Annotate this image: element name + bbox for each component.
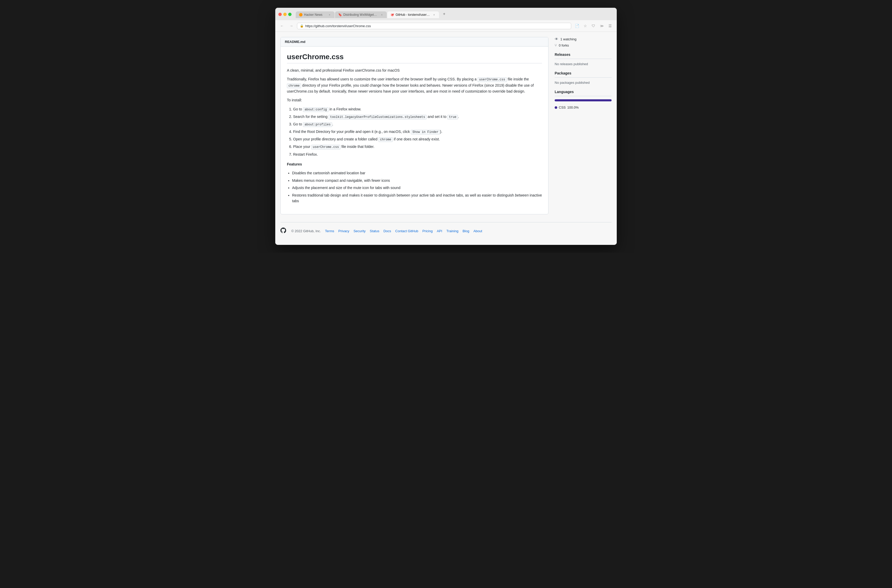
- github-logo: [281, 228, 286, 234]
- address-bar[interactable]: 🔒 https://github.com/torstenvl/userChrom…: [297, 23, 571, 29]
- readme-install-list: Go to about:config in a Firefox window. …: [293, 106, 542, 158]
- tab-hacker-news[interactable]: 🟠 Hacker News ×: [296, 11, 335, 18]
- forks-stat: ⑂ 0 forks: [555, 43, 611, 47]
- forks-count: 0 forks: [559, 44, 569, 47]
- readme-body: userChrome.css A clean, minimal, and pro…: [281, 46, 548, 214]
- list-item: Go to about:profiles.: [293, 121, 542, 127]
- footer-link-blog[interactable]: Blog: [463, 229, 469, 233]
- close-button[interactable]: [278, 13, 282, 16]
- languages-section: Languages CSS 100.0%: [555, 90, 611, 110]
- tab-close-github[interactable]: ×: [432, 13, 436, 16]
- forward-button[interactable]: →: [288, 22, 295, 30]
- readme-title: userChrome.css: [287, 53, 542, 63]
- sidebar-stats-section: 👁 1 watching ⑂ 0 forks: [555, 37, 611, 47]
- language-entry-css: CSS 100.0%: [555, 105, 611, 110]
- shield-icon[interactable]: 🛡: [590, 22, 597, 30]
- bookmark-icon[interactable]: ☆: [581, 22, 589, 30]
- new-tab-button[interactable]: +: [441, 10, 448, 18]
- menu-icon[interactable]: ☰: [607, 22, 614, 30]
- minimize-button[interactable]: [283, 13, 287, 16]
- footer-link-security[interactable]: Security: [353, 229, 366, 233]
- footer-link-contact[interactable]: Contact GitHub: [395, 229, 418, 233]
- language-percent-css: 100.0%: [567, 105, 579, 110]
- footer-link-about[interactable]: About: [473, 229, 482, 233]
- main-layout: README.md userChrome.css A clean, minima…: [281, 37, 611, 214]
- language-name-css: CSS: [559, 105, 566, 110]
- tab-favicon-wxwidgets: 🔖: [338, 13, 342, 16]
- list-item: Place your userChrome.css file inside th…: [293, 144, 542, 150]
- tab-close-wxwidgets[interactable]: ×: [380, 13, 384, 16]
- footer-copyright: © 2022 GitHub, Inc.: [291, 229, 321, 233]
- footer-link-status[interactable]: Status: [370, 229, 379, 233]
- languages-title: Languages: [555, 90, 611, 96]
- tab-label-github: GitHub - torstenvl/userChrome...: [396, 13, 431, 16]
- packages-title: Packages: [555, 71, 611, 78]
- releases-section: Releases No releases published: [555, 52, 611, 66]
- list-item: Makes menus more compact and navigable, …: [292, 178, 542, 183]
- readme-section: README.md userChrome.css A clean, minima…: [281, 37, 548, 214]
- packages-section: Packages No packages published: [555, 71, 611, 84]
- footer-links: Terms Privacy Security Status Docs Conta…: [325, 229, 482, 233]
- watching-count: 1 watching: [560, 37, 577, 41]
- footer-link-pricing[interactable]: Pricing: [422, 229, 433, 233]
- readme-features-heading: Features: [287, 161, 542, 167]
- maximize-button[interactable]: [288, 13, 291, 16]
- list-item: Adjusts the placement and size of the mu…: [292, 185, 542, 190]
- tab-wxwidgets[interactable]: 🔖 Distributing WxWidgets Applic... ×: [335, 11, 387, 18]
- page-content: README.md userChrome.css A clean, minima…: [275, 32, 617, 245]
- eye-icon: 👁: [555, 37, 558, 41]
- browser-window: 🟠 Hacker News × 🔖 Distributing WxWidgets…: [275, 8, 617, 245]
- releases-title: Releases: [555, 52, 611, 59]
- browser-titlebar: 🟠 Hacker News × 🔖 Distributing WxWidgets…: [275, 8, 617, 20]
- security-icon: 🔒: [300, 24, 304, 28]
- tab-label-wxwidgets: Distributing WxWidgets Applic...: [343, 13, 378, 16]
- tab-github[interactable]: 🐙 GitHub - torstenvl/userChrome... ×: [387, 11, 439, 18]
- tab-favicon-hacker-news: 🟠: [299, 13, 302, 16]
- extensions-icon[interactable]: ≫: [598, 22, 605, 30]
- list-item: Go to about:config in a Firefox window.: [293, 106, 542, 112]
- tab-favicon-github: 🐙: [390, 13, 394, 16]
- language-dot-css: [555, 106, 557, 109]
- browser-controls: 🟠 Hacker News × 🔖 Distributing WxWidgets…: [278, 10, 614, 18]
- footer-link-api[interactable]: API: [437, 229, 442, 233]
- footer-link-terms[interactable]: Terms: [325, 229, 334, 233]
- readme-subtitle: A clean, minimal, and professional Firef…: [287, 68, 542, 73]
- tab-label-hacker-news: Hacker News: [304, 13, 326, 16]
- list-item: Restart Firefox.: [293, 152, 542, 157]
- back-button[interactable]: ←: [278, 22, 285, 30]
- list-item: Find the Root Directory for your profile…: [293, 129, 542, 135]
- list-item: Restores traditional tab design and make…: [292, 192, 542, 204]
- page-footer: © 2022 GitHub, Inc. Terms Privacy Securi…: [281, 222, 611, 240]
- list-item: Disables the cartoonish animated locatio…: [292, 170, 542, 176]
- tabs-row: 🟠 Hacker News × 🔖 Distributing WxWidgets…: [296, 10, 614, 18]
- reader-view-icon[interactable]: 📄: [573, 22, 581, 30]
- footer-link-docs[interactable]: Docs: [383, 229, 391, 233]
- list-item: Open your profile directory and create a…: [293, 136, 542, 142]
- readme-header: README.md: [281, 37, 548, 46]
- browser-navbar: ← → 🔒 https://github.com/torstenvl/userC…: [275, 20, 617, 32]
- traffic-lights: [278, 13, 291, 16]
- list-item: Search for the setting toolkit.legacyUse…: [293, 114, 542, 120]
- readme-install-heading: To install:: [287, 97, 542, 103]
- sidebar: 👁 1 watching ⑂ 0 forks Releases No relea…: [555, 37, 611, 214]
- footer-link-training[interactable]: Training: [446, 229, 458, 233]
- languages-bar: [555, 99, 611, 101]
- readme-description: Traditionally, Firefox has allowed users…: [287, 76, 542, 94]
- fork-icon: ⑂: [555, 43, 557, 47]
- releases-empty: No releases published: [555, 62, 611, 66]
- tab-close-hacker-news[interactable]: ×: [328, 13, 331, 16]
- address-text: https://github.com/torstenvl/userChrome.…: [305, 24, 568, 28]
- footer-link-privacy[interactable]: Privacy: [338, 229, 350, 233]
- watching-stat: 👁 1 watching: [555, 37, 611, 41]
- packages-empty: No packages published: [555, 81, 611, 84]
- nav-right-actions: 📄 ☆ 🛡 ≫ ☰: [573, 22, 614, 30]
- readme-features-list: Disables the cartoonish animated locatio…: [292, 170, 542, 204]
